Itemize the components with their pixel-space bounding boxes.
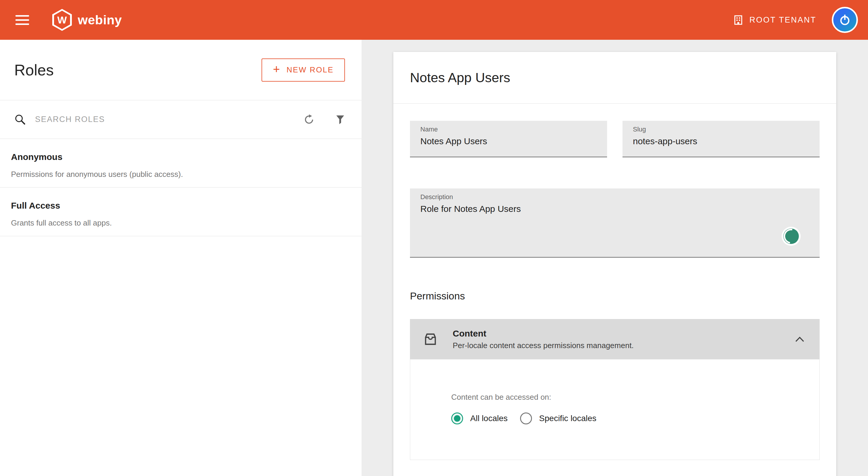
permissions-heading: Permissions — [410, 290, 819, 302]
refresh-icon — [303, 114, 315, 126]
role-detail-title: Notes App Users — [410, 70, 510, 86]
name-field[interactable]: Name — [410, 121, 607, 157]
name-field-label: Name — [420, 126, 607, 133]
plus-icon: + — [273, 63, 281, 76]
power-icon — [838, 13, 851, 26]
slug-field[interactable]: Slug — [622, 121, 819, 157]
menu-icon[interactable] — [16, 12, 29, 28]
description-field-label: Description — [420, 193, 819, 201]
tenant-selector[interactable]: ROOT TENANT — [733, 14, 816, 26]
user-avatar[interactable] — [832, 7, 858, 33]
chevron-up-icon[interactable] — [795, 337, 804, 342]
refresh-button[interactable] — [303, 114, 315, 126]
search-bar — [0, 100, 362, 139]
search-icon — [14, 114, 26, 126]
role-description: Permissions for anonymous users (public … — [11, 170, 347, 179]
search-input[interactable] — [35, 115, 303, 124]
new-role-button-label: NEW ROLE — [286, 65, 334, 74]
building-icon — [733, 14, 744, 26]
role-description: Grants full access to all apps. — [11, 218, 347, 228]
content-accordion-body: Content can be accessed on: All locales … — [410, 359, 819, 460]
logo-initial: W — [57, 14, 67, 26]
radio-label: All locales — [470, 414, 507, 423]
brand-wordmark: webiny — [78, 13, 122, 27]
detail-area: Notes App Users Name Slug Description Ro… — [362, 40, 868, 476]
role-name: Full Access — [11, 201, 347, 211]
radio-specific-locales[interactable]: Specific locales — [520, 412, 596, 424]
description-field[interactable]: Description Role for Notes App Users — [410, 188, 819, 258]
radio-label: Specific locales — [539, 414, 596, 423]
loading-spinner — [782, 227, 801, 246]
description-input[interactable]: Role for Notes App Users — [420, 204, 805, 214]
content-accordion-header[interactable]: Content Per-locale content access permis… — [410, 319, 819, 359]
role-detail-card: Notes App Users Name Slug Description Ro… — [393, 52, 836, 476]
logo-hexagon-icon: W — [52, 9, 72, 31]
tenant-label: ROOT TENANT — [749, 15, 816, 25]
page-title: Roles — [14, 61, 54, 79]
inbox-icon — [422, 331, 439, 348]
slug-field-label: Slug — [633, 126, 819, 133]
radio-icon — [520, 412, 532, 424]
list-item-full-access[interactable]: Full Access Grants full access to all ap… — [0, 188, 362, 236]
access-scope-label: Content can be accessed on: — [451, 392, 819, 402]
radio-icon — [451, 412, 463, 424]
webiny-logo[interactable]: W webiny — [52, 9, 122, 31]
name-input[interactable] — [420, 136, 592, 146]
topbar: W webiny ROOT TENANT — [0, 0, 868, 40]
accordion-title: Content — [453, 328, 795, 339]
filter-icon — [334, 114, 346, 126]
slug-input[interactable] — [633, 136, 805, 146]
radio-all-locales[interactable]: All locales — [451, 412, 507, 424]
new-role-button[interactable]: + NEW ROLE — [261, 59, 345, 82]
role-name: Anonymous — [11, 152, 347, 162]
accordion-subtitle: Per-locale content access permissions ma… — [453, 341, 795, 350]
roles-panel: Roles + NEW ROLE — [0, 40, 362, 476]
filter-button[interactable] — [334, 114, 346, 126]
list-item-anonymous[interactable]: Anonymous Permissions for anonymous user… — [0, 139, 362, 188]
role-list: Anonymous Permissions for anonymous user… — [0, 139, 362, 236]
content-permissions-accordion: Content Per-locale content access permis… — [410, 319, 819, 460]
